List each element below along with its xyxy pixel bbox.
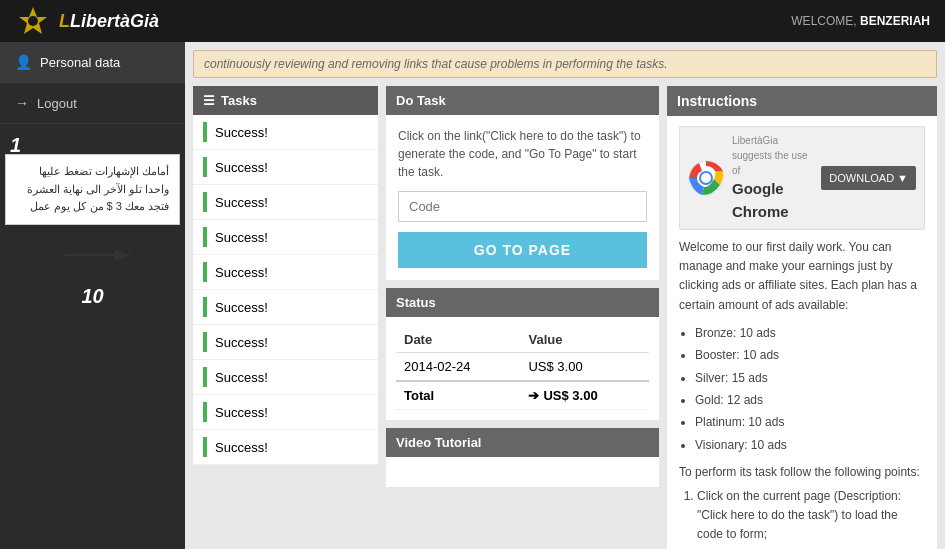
- task-status-bar: [203, 227, 207, 247]
- status-total-value: ➔US$ 3.00: [520, 381, 649, 410]
- download-label: DOWNLOAD: [829, 170, 894, 187]
- welcome-label: WELCOME,: [791, 14, 856, 28]
- chrome-banner: LibertàGia suggests the use of Google Ch…: [679, 126, 925, 230]
- instructions-title: Instructions: [677, 93, 757, 109]
- logo-area: LLibertàGià: [15, 3, 159, 39]
- follow-text: To perform its task follow the following…: [679, 463, 925, 481]
- status-panel: Status Date Value: [386, 288, 659, 420]
- task-item-2[interactable]: Success!: [193, 150, 378, 185]
- task-item-1[interactable]: Success!: [193, 115, 378, 150]
- plan-silver: Silver: 15 ads: [695, 368, 925, 388]
- task-status-bar: [203, 192, 207, 212]
- plan-gold: Gold: 12 ads: [695, 390, 925, 410]
- sidebar-item-personal-data[interactable]: 👤 Personal data: [0, 42, 185, 83]
- status-total-label: Total: [396, 381, 520, 410]
- video-tutorial-title: Video Tutorial: [396, 435, 481, 450]
- main-content: continuously reviewing and removing link…: [185, 42, 945, 549]
- task-status-bar: [203, 262, 207, 282]
- status-header: Status: [386, 288, 659, 317]
- plan-platinum: Platinum: 10 ads: [695, 412, 925, 432]
- task-status-bar: [203, 402, 207, 422]
- video-tutorial-header: Video Tutorial: [386, 428, 659, 457]
- app-header: LLibertàGià WELCOME, BENZERIAH: [0, 0, 945, 42]
- task-label: Success!: [215, 265, 268, 280]
- tasks-icon: ☰: [203, 93, 215, 108]
- task-item-5[interactable]: Success!: [193, 255, 378, 290]
- task-item-3[interactable]: Success!: [193, 185, 378, 220]
- instructions-panel: Instructions: [667, 86, 937, 549]
- chrome-text-area: LibertàGia suggests the use of Google Ch…: [732, 133, 813, 223]
- do-task-title: Do Task: [396, 93, 446, 108]
- logo-icon: [15, 3, 51, 39]
- status-table: Date Value 2014-02-24 US$ 3.00: [396, 327, 649, 410]
- plan-list: Bronze: 10 ads Booster: 10 ads Silver: 1…: [679, 323, 925, 455]
- do-task-header: Do Task: [386, 86, 659, 115]
- task-label: Success!: [215, 405, 268, 420]
- annotation-box: أمامك الإشهارات تضغط عليها واحدا تلو الآ…: [5, 154, 180, 225]
- do-task-body: Click on the link("Click here to do the …: [386, 115, 659, 280]
- plan-visionary: Visionary: 10 ads: [695, 435, 925, 455]
- task-status-bar: [203, 122, 207, 142]
- step-1: Click on the current page (Description: …: [697, 487, 925, 545]
- instructions-header: Instructions: [667, 86, 937, 116]
- task-item-10[interactable]: Success!: [193, 430, 378, 465]
- download-button[interactable]: DOWNLOAD ▼: [821, 166, 916, 191]
- sidebar-item-label: Logout: [37, 96, 77, 111]
- task-label: Success!: [215, 230, 268, 245]
- task-label: Success!: [215, 125, 268, 140]
- plan-booster: Booster: 10 ads: [695, 345, 925, 365]
- video-tutorial-body: [386, 457, 659, 487]
- status-row-1: 2014-02-24 US$ 3.00: [396, 353, 649, 382]
- sidebar-item-label: Personal data: [40, 55, 120, 70]
- sidebar: 👤 Personal data → Logout 1 أمامك الإشهار…: [0, 42, 185, 549]
- logout-icon: →: [15, 95, 29, 111]
- logo-text: LLibertàGià: [59, 11, 159, 32]
- username: BENZERIAH: [860, 14, 930, 28]
- task-label: Success!: [215, 195, 268, 210]
- go-to-page-button[interactable]: GO TO PAGE: [398, 232, 647, 268]
- task-status-bar: [203, 157, 207, 177]
- task-item-9[interactable]: Success!: [193, 395, 378, 430]
- task-label: Success!: [215, 160, 268, 175]
- task-label: Success!: [215, 440, 268, 455]
- status-date: 2014-02-24: [396, 353, 520, 382]
- task-item-7[interactable]: Success!: [193, 325, 378, 360]
- tasks-panel-header: ☰ Tasks: [193, 86, 378, 115]
- notice-bar: continuously reviewing and removing link…: [193, 50, 937, 78]
- task-item-8[interactable]: Success!: [193, 360, 378, 395]
- video-panel: Video Tutorial: [386, 428, 659, 487]
- do-task-panel: Do Task Click on the link("Click here to…: [386, 86, 659, 280]
- tasks-title: Tasks: [221, 93, 257, 108]
- tasks-list: Success! Success! Success! Success!: [193, 115, 378, 465]
- middle-col: Do Task Click on the link("Click here to…: [386, 86, 659, 549]
- instructions-body: LibertàGia suggests the use of Google Ch…: [667, 116, 937, 549]
- chrome-name: Google Chrome: [732, 178, 813, 223]
- task-label: Success!: [215, 300, 268, 315]
- task-item-4[interactable]: Success!: [193, 220, 378, 255]
- status-col-date: Date: [396, 327, 520, 353]
- annotation-arrow: [60, 235, 140, 275]
- instructions-welcome-text: Welcome to our first daily work. You can…: [679, 238, 925, 315]
- person-icon: 👤: [15, 54, 32, 70]
- sidebar-item-logout[interactable]: → Logout: [0, 83, 185, 124]
- svg-point-6: [701, 173, 711, 183]
- svg-point-1: [28, 16, 38, 26]
- status-col-value: Value: [520, 327, 649, 353]
- chrome-icon: [688, 160, 724, 196]
- task-status-bar: [203, 297, 207, 317]
- task-status-bar: [203, 367, 207, 387]
- status-value: US$ 3.00: [520, 353, 649, 382]
- welcome-area: WELCOME, BENZERIAH: [791, 14, 930, 28]
- columns: ☰ Tasks Success! Success! Success!: [193, 86, 937, 549]
- plan-bronze: Bronze: 10 ads: [695, 323, 925, 343]
- status-total-row: Total ➔US$ 3.00: [396, 381, 649, 410]
- task-status-bar: [203, 437, 207, 457]
- steps-list: Click on the current page (Description: …: [679, 487, 925, 549]
- annotation-number-1: 1: [10, 134, 21, 157]
- task-item-6[interactable]: Success!: [193, 290, 378, 325]
- code-input[interactable]: [398, 191, 647, 222]
- download-arrow-icon: ▼: [897, 170, 908, 187]
- tasks-panel: ☰ Tasks Success! Success! Success!: [193, 86, 378, 549]
- do-task-description: Click on the link("Click here to do the …: [398, 127, 647, 181]
- task-label: Success!: [215, 370, 268, 385]
